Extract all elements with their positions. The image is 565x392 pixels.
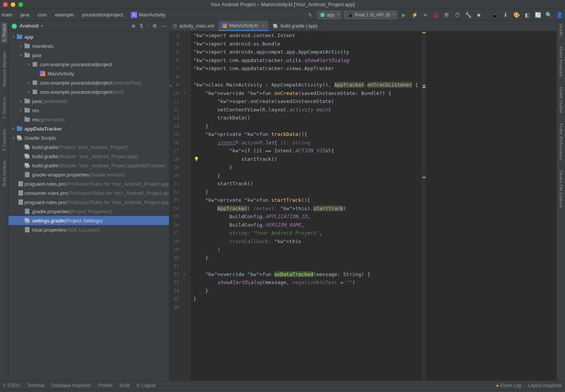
bottom-tool-button[interactable]: Terminal bbox=[27, 383, 44, 388]
breadcrumb-item[interactable]: example bbox=[55, 12, 74, 18]
expand-arrow-icon[interactable]: ▸ bbox=[18, 99, 24, 103]
sort-icon[interactable]: ⇅ bbox=[139, 23, 144, 29]
stop-icon[interactable]: ■ bbox=[475, 11, 483, 19]
breadcrumb-item[interactable]: main bbox=[2, 12, 12, 18]
search-icon[interactable]: 🔍 bbox=[544, 11, 553, 19]
expand-arrow-icon[interactable]: ▸ bbox=[18, 108, 24, 112]
profiler-toolbar-icon[interactable]: ⏱ bbox=[453, 11, 462, 19]
collapse-icon[interactable]: — bbox=[161, 23, 166, 29]
warning-marker[interactable] bbox=[423, 87, 426, 88]
tool-window-button[interactable]: 2: Favorites bbox=[1, 127, 7, 152]
breadcrumb-item[interactable]: java bbox=[20, 12, 29, 18]
warning-marker[interactable] bbox=[423, 32, 426, 33]
tree-row[interactable]: MainActivity bbox=[8, 69, 169, 78]
tree-row[interactable]: gradle-wrapper.properties (Gradle Versio… bbox=[8, 170, 169, 179]
resource-manager-icon[interactable]: 🎨 bbox=[512, 11, 521, 19]
expand-arrow-icon[interactable]: ▾ bbox=[26, 62, 31, 66]
tree-row[interactable]: gradle.properties (Project Properties) bbox=[8, 207, 169, 216]
run-config-dropdown[interactable]: app bbox=[317, 11, 342, 19]
tree-row[interactable]: ▾com.example.yourandroidproject bbox=[8, 60, 169, 69]
chevron-down-icon[interactable]: ▾ bbox=[41, 24, 43, 28]
tree-row[interactable]: ▾java bbox=[8, 51, 169, 60]
tree-row[interactable]: ▾app bbox=[8, 32, 169, 41]
tree-row[interactable]: 🐘build.gradle (Module: Your_Android_Proj… bbox=[8, 161, 169, 170]
editor-tab[interactable]: 🐘build.gradle (:app) bbox=[269, 21, 322, 31]
tree-row[interactable]: 🐘build.gradle (Project: Your_Android_Pro… bbox=[8, 142, 169, 152]
tree-row[interactable]: 🐘build.gradle (Module: Your_Android_Proj… bbox=[8, 152, 169, 161]
coverage-icon[interactable]: ⛨ bbox=[442, 11, 451, 19]
tree-row[interactable]: ▸res bbox=[8, 106, 169, 115]
tree-row[interactable]: 🐘settings.gradle (Project Settings) bbox=[8, 216, 169, 225]
account-icon[interactable]: 👤 bbox=[555, 11, 563, 19]
breadcrumb-item[interactable]: com bbox=[38, 12, 47, 18]
attach-debugger-icon[interactable]: 🔧 bbox=[464, 11, 472, 19]
editor-tabs[interactable]: ⟨⟩activity_main.xmlMainActivity.kt×🐘buil… bbox=[169, 21, 557, 31]
minimize-window-icon[interactable] bbox=[11, 2, 15, 7]
breadcrumb-item[interactable]: MainActivity bbox=[139, 12, 165, 18]
fold-column[interactable] bbox=[185, 31, 190, 381]
avd-manager-icon[interactable]: 📱 bbox=[491, 11, 499, 19]
error-stripe[interactable] bbox=[421, 31, 426, 381]
warning-marker[interactable] bbox=[423, 85, 426, 86]
editor-tab[interactable]: MainActivity.kt× bbox=[218, 21, 269, 31]
layout-inspector-toolbar-icon[interactable]: ◧ bbox=[523, 11, 531, 19]
tool-window-button[interactable]: Device File Explorer bbox=[558, 169, 564, 209]
code-content[interactable]: "kw">import android.content.Intent"kw">i… bbox=[190, 31, 421, 381]
tree-row[interactable]: ▸appDataTracker bbox=[8, 124, 169, 133]
tool-window-button[interactable]: Resource Manager bbox=[1, 50, 7, 89]
close-tab-icon[interactable]: × bbox=[262, 23, 264, 28]
tree-row[interactable]: ▾🐘Gradle Scripts bbox=[8, 133, 169, 142]
bottom-tool-button[interactable]: Layout Inspector bbox=[528, 383, 562, 388]
tool-window-button[interactable]: Flutter Outline bbox=[558, 85, 564, 115]
bottom-tool-button[interactable]: Build bbox=[120, 383, 130, 388]
expand-arrow-icon[interactable]: ▾ bbox=[11, 35, 16, 39]
expand-arrow-icon[interactable]: ▾ bbox=[18, 53, 24, 57]
bottom-tool-button[interactable]: Profiler bbox=[98, 383, 113, 388]
tool-window-button[interactable]: Flutter Performance bbox=[558, 122, 564, 162]
build-icon[interactable]: ↖ bbox=[306, 11, 315, 19]
bottom-tool-button[interactable]: ≡ TODO bbox=[3, 383, 20, 388]
breadcrumb[interactable]: main〉 java〉 com〉 example〉 yourandroidpro… bbox=[2, 11, 165, 18]
expand-arrow-icon[interactable]: ▸ bbox=[18, 44, 24, 48]
tree-row[interactable]: consumer-rules.pro (ProGuard Rules for Y… bbox=[8, 188, 169, 198]
tool-window-button[interactable]: 7: Structure bbox=[1, 96, 7, 121]
tree-row[interactable]: proguard-rules.pro (ProGuard Rules for Y… bbox=[8, 198, 169, 207]
expand-arrow-icon[interactable]: ▸ bbox=[26, 90, 31, 94]
tree-row[interactable]: ▸manifests bbox=[8, 41, 169, 51]
tool-window-button[interactable]: 1: Project bbox=[1, 22, 7, 43]
run-icon[interactable]: ▶ bbox=[400, 11, 408, 19]
target-icon[interactable]: ⊕ bbox=[131, 23, 136, 29]
project-panel-header[interactable]: ⬤ Android ▾ ⊕ ⇅ | ⚙ — bbox=[8, 21, 169, 31]
editor-tab[interactable]: ⟨⟩activity_main.xml bbox=[169, 21, 218, 31]
apply-changes-icon[interactable]: ⚡ bbox=[410, 11, 419, 19]
apply-code-icon[interactable]: ≡ bbox=[421, 11, 429, 19]
tool-window-button[interactable]: Gradle bbox=[558, 22, 564, 38]
expand-arrow-icon[interactable]: ▸ bbox=[11, 127, 16, 131]
device-dropdown[interactable]: 📱 Pixel 2 XL API 29 bbox=[344, 11, 397, 19]
gear-icon[interactable]: ⚙ bbox=[152, 23, 157, 29]
bottom-tool-button[interactable]: ● Event Log bbox=[496, 383, 521, 388]
maximize-window-icon[interactable] bbox=[18, 2, 23, 7]
code-editor[interactable]: 3456789101112131415161718192021222324252… bbox=[169, 31, 557, 381]
debug-icon[interactable]: 🐞 bbox=[432, 11, 440, 19]
expand-arrow-icon[interactable]: ▾ bbox=[11, 136, 16, 140]
project-tree[interactable]: ▾app▸manifests▾java▾com.example.yourandr… bbox=[8, 31, 169, 381]
line-gutter[interactable]: 3456789101112131415161718192021222324252… bbox=[169, 31, 185, 381]
tool-window-button[interactable]: Build Variants bbox=[1, 159, 7, 188]
window-controls[interactable] bbox=[3, 2, 23, 7]
tree-row[interactable]: ▸com.example.yourandroidproject (test) bbox=[8, 87, 169, 96]
tree-row[interactable]: proguard-rules.pro (ProGuard Rules for Y… bbox=[8, 179, 169, 188]
sync-icon[interactable]: 🔄 bbox=[534, 11, 542, 19]
breadcrumb-item[interactable]: yourandroidproject bbox=[82, 12, 123, 18]
tree-row[interactable]: res (generated) bbox=[8, 115, 169, 124]
warning-marker[interactable] bbox=[423, 177, 426, 178]
tool-window-button[interactable]: Flutter Inspector bbox=[558, 45, 564, 78]
tree-row[interactable]: ▸java (generated) bbox=[8, 96, 169, 106]
bottom-tool-button[interactable]: Database Inspector bbox=[51, 383, 91, 388]
tree-row[interactable]: local.properties (SDK Location) bbox=[8, 225, 169, 234]
expand-arrow-icon[interactable]: ▸ bbox=[26, 81, 31, 85]
close-window-icon[interactable] bbox=[3, 2, 8, 7]
sdk-manager-icon[interactable]: ⬇ bbox=[501, 11, 510, 19]
bottom-tool-button[interactable]: 6: Logcat bbox=[137, 383, 156, 388]
tree-row[interactable]: ▸com.example.yourandroidproject (android… bbox=[8, 78, 169, 87]
